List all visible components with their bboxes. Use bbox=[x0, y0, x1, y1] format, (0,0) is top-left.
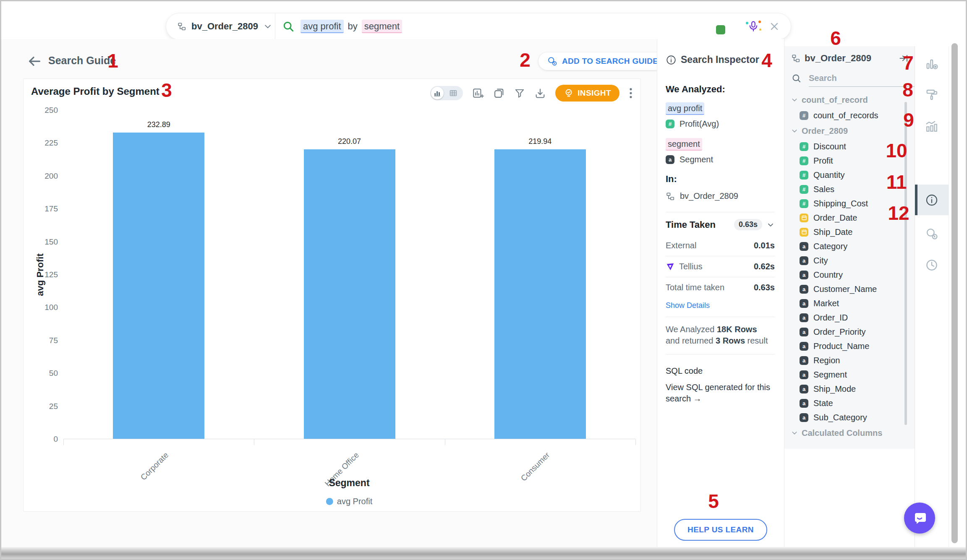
numeric-field-icon: # bbox=[800, 199, 808, 208]
add-to-search-guide-button[interactable]: ADD TO SEARCH GUIDE bbox=[538, 52, 666, 70]
bar-value-label: 219.94 bbox=[511, 137, 570, 146]
bar-home-office[interactable] bbox=[304, 149, 395, 439]
add-chart-button[interactable] bbox=[472, 87, 484, 99]
fields-scrollbar[interactable] bbox=[904, 102, 907, 425]
field-ship_date[interactable]: Ship_Date bbox=[791, 225, 909, 239]
collapse-time-button[interactable] bbox=[766, 221, 775, 229]
field-shipping_cost[interactable]: #Shipping_Cost bbox=[791, 196, 909, 211]
rail-formatting-button[interactable] bbox=[915, 79, 949, 109]
rail-search-inspector-button[interactable] bbox=[915, 218, 949, 249]
field-customer_name[interactable]: aCustomer_Name bbox=[791, 282, 909, 296]
bar-consumer[interactable] bbox=[494, 149, 586, 439]
field-discount[interactable]: #Discount bbox=[791, 139, 909, 154]
field-sub_category[interactable]: aSub_Category bbox=[791, 410, 909, 425]
field-region[interactable]: aRegion bbox=[791, 353, 909, 367]
field-order_priority[interactable]: aOrder_Priority bbox=[791, 325, 909, 339]
sql-code-label: SQL code bbox=[666, 354, 775, 382]
text-field-icon: a bbox=[800, 299, 808, 308]
collapse-panel-icon bbox=[899, 53, 909, 63]
field-market[interactable]: aMarket bbox=[791, 296, 909, 310]
chart-view-icon bbox=[431, 87, 444, 99]
field-city[interactable]: aCity bbox=[791, 253, 909, 268]
date-field-icon bbox=[800, 228, 808, 237]
fields-search-input[interactable] bbox=[809, 70, 915, 87]
field-group-count_of_record[interactable]: count_of_record bbox=[791, 91, 909, 108]
rows-analyzed-text: We Analyzed 18K Rows and returned 3 Rows… bbox=[666, 317, 775, 354]
microphone-icon bbox=[748, 20, 759, 33]
field-group-calculated-columns[interactable]: Calculated Columns bbox=[791, 425, 909, 441]
filter-button[interactable] bbox=[514, 88, 525, 99]
show-details-link[interactable]: Show Details bbox=[666, 298, 775, 317]
rail-chart-config-button[interactable] bbox=[915, 49, 949, 79]
rail-history-button[interactable] bbox=[915, 250, 949, 280]
more-options-button[interactable] bbox=[629, 87, 633, 99]
field-ship_mode[interactable]: aShip_Mode bbox=[791, 382, 909, 396]
legend-label: avg Profit bbox=[337, 497, 372, 506]
numeric-field-icon: # bbox=[666, 120, 674, 128]
dataset-selector[interactable]: bv_Order_2809 bbox=[166, 13, 275, 39]
y-tick-label: 50 bbox=[49, 369, 58, 378]
field-order_id[interactable]: aOrder_ID bbox=[791, 310, 909, 325]
fields-groups: count_of_record#count_of_recordsOrder_28… bbox=[791, 91, 909, 441]
info-icon bbox=[925, 193, 938, 207]
field-state[interactable]: aState bbox=[791, 396, 909, 410]
y-axis: 0255075100125150175200225250 bbox=[24, 110, 58, 439]
x-tick-label: Consumer bbox=[519, 451, 552, 483]
window-bottom-edge bbox=[1, 547, 966, 559]
y-tick-label: 0 bbox=[53, 435, 58, 444]
legend-dot bbox=[326, 498, 333, 505]
query-token-dimension: segment bbox=[362, 20, 402, 33]
download-button[interactable] bbox=[534, 87, 546, 99]
field-sales[interactable]: #Sales bbox=[791, 182, 909, 196]
chevron-down-icon bbox=[791, 128, 798, 134]
voice-search-button[interactable] bbox=[748, 20, 759, 33]
field-group-order_2809[interactable]: Order_2809 bbox=[791, 122, 909, 139]
analyzed-dataset: bv_Order_2809 bbox=[666, 191, 775, 201]
text-field-icon: a bbox=[800, 285, 808, 294]
add-chart-icon bbox=[472, 87, 484, 99]
collapse-panel-button[interactable] bbox=[899, 53, 909, 63]
field-segment[interactable]: aSegment bbox=[791, 367, 909, 382]
field-order_date[interactable]: Order_Date bbox=[791, 211, 909, 225]
bar-corporate[interactable] bbox=[113, 133, 204, 439]
numeric-field-icon: # bbox=[800, 185, 808, 194]
field-quantity[interactable]: #Quantity bbox=[791, 168, 909, 182]
chat-support-button[interactable] bbox=[904, 503, 935, 534]
field-country[interactable]: aCountry bbox=[791, 268, 909, 282]
bar-value-label: 232.89 bbox=[129, 120, 188, 129]
back-button[interactable] bbox=[27, 55, 42, 69]
query-token-dimension: segment bbox=[666, 138, 702, 151]
text-field-icon: a bbox=[800, 242, 808, 251]
search-query-input[interactable]: avg profit by segment bbox=[275, 13, 791, 39]
rail-info-button[interactable] bbox=[915, 185, 949, 215]
field-count_of_records[interactable]: #count_of_records bbox=[791, 108, 909, 122]
top-bar: bv_Order_2809 avg profit by segment bbox=[1, 1, 966, 39]
insight-button[interactable]: INSIGHT bbox=[555, 85, 619, 102]
filter-icon bbox=[514, 88, 525, 99]
count-field-icon: # bbox=[800, 111, 808, 120]
axis-tick bbox=[635, 439, 636, 445]
rail-visualization-button[interactable] bbox=[915, 111, 949, 141]
field-profit[interactable]: #Profit bbox=[791, 154, 909, 168]
clear-search-button[interactable] bbox=[769, 21, 780, 32]
text-field-icon: a bbox=[800, 356, 808, 365]
chevron-down-icon bbox=[766, 221, 775, 229]
copy-button[interactable] bbox=[493, 87, 505, 99]
mapped-column: aSegment bbox=[666, 155, 775, 164]
chart-legend[interactable]: avg Profit bbox=[326, 497, 372, 506]
view-sql-link[interactable]: View SQL generated for this search → bbox=[666, 382, 775, 404]
time-taken-badge: 0.63s bbox=[734, 219, 762, 230]
axis-tick bbox=[445, 439, 445, 445]
copy-icon bbox=[493, 87, 505, 99]
field-category[interactable]: aCategory bbox=[791, 239, 909, 253]
chart-title: Average Profit by Segment bbox=[31, 86, 159, 97]
y-tick-label: 150 bbox=[44, 237, 58, 247]
field-product_name[interactable]: aProduct_Name bbox=[791, 339, 909, 353]
chart-table-toggle[interactable] bbox=[430, 86, 463, 100]
insight-bulb-icon bbox=[564, 88, 574, 98]
chart-plot: 232.89220.07219.94 bbox=[63, 110, 635, 439]
page-title: Search Guide bbox=[48, 55, 116, 67]
x-tick-label: Corporate bbox=[139, 451, 170, 482]
help-us-learn-button[interactable]: HELP US LEARN bbox=[674, 519, 767, 541]
page-scrollbar[interactable] bbox=[951, 43, 958, 543]
